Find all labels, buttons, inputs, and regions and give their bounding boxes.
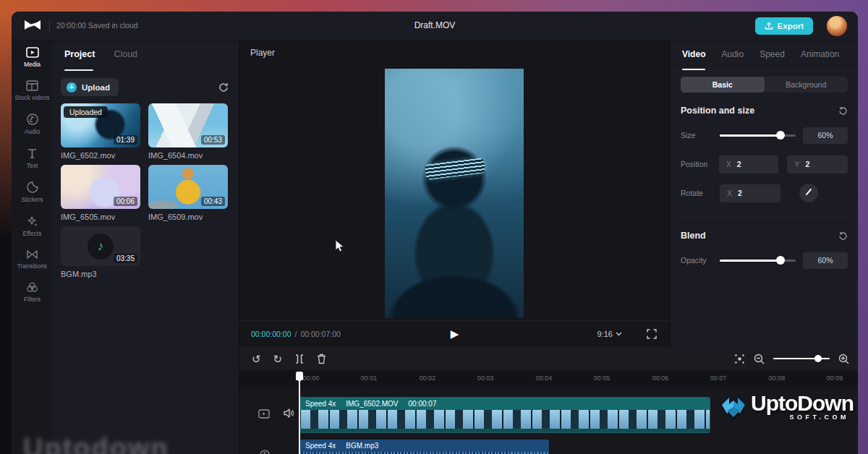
opacity-value[interactable]: 60% (803, 252, 848, 269)
position-size-header: Position and size (671, 106, 858, 116)
tab-audio[interactable]: Audio (721, 49, 744, 70)
sidebar-item-audio[interactable]: Audio (12, 107, 53, 141)
media-thumbnail: Uploaded 01:39 (61, 103, 140, 147)
size-slider[interactable] (720, 126, 796, 145)
upload-row: + Upload (53, 71, 239, 99)
undo-button[interactable]: ↺ (252, 354, 261, 364)
ruler-tick: 00:02 (420, 374, 436, 382)
redo-button[interactable]: ↻ (273, 354, 283, 364)
reset-icon[interactable] (838, 106, 848, 116)
media-item[interactable]: 00:06 IMG_6505.mov (61, 165, 140, 221)
sidebar-item-transitions[interactable]: Transitions (12, 243, 53, 275)
player-controls: 00:00:00:00 / 00:00:07:00 ▶ 9:16 (239, 320, 670, 347)
play-button[interactable]: ▶ (451, 327, 459, 340)
tab-speed[interactable]: Speed (760, 49, 785, 70)
rotate-field[interactable]: X 2 (720, 184, 780, 202)
ruler-tick: 00:06 (652, 374, 669, 382)
position-y-field[interactable]: Y 2 (787, 155, 848, 174)
project-title: Draft.MOV (12, 20, 858, 30)
clip-speed: Speed 4x (305, 400, 336, 408)
blend-heading: Blend (681, 231, 706, 241)
y-value: 2 (805, 160, 809, 168)
top-bar: 20:00:00 Saved in cloud Draft.MOV Export (12, 12, 858, 40)
media-item[interactable]: 00:43 IMG_6509.mov (148, 165, 228, 221)
sidebar-item-filters[interactable]: Filters (12, 275, 53, 309)
stock-videos-icon (26, 80, 38, 91)
size-label: Size (681, 131, 720, 140)
sidebar-label-filters: Filters (24, 296, 41, 303)
reset-icon[interactable] (838, 231, 848, 241)
upload-button[interactable]: + Upload (61, 78, 119, 96)
rotate-label: Rotate (681, 189, 720, 197)
refresh-icon[interactable] (218, 82, 229, 93)
zoom-out-icon[interactable] (754, 354, 765, 364)
clip-name: IMG_6502.MOV (346, 400, 398, 408)
rotate-dial[interactable] (799, 184, 818, 202)
capcut-window: 20:00:00 Saved in cloud Draft.MOV Export… (12, 12, 858, 454)
stickers-icon (27, 181, 38, 193)
ruler-tick: 00:04 (536, 374, 553, 382)
tab-animation[interactable]: Animation (801, 49, 839, 70)
left-sidebar: Media Stock videos Audio Text Stickers E… (12, 40, 53, 454)
timeline-zoom-slider[interactable] (773, 354, 830, 364)
watermark-subtitle: SOFT.COM (790, 414, 850, 421)
fullscreen-icon[interactable] (647, 329, 657, 339)
section-divider (681, 217, 848, 218)
tab-project[interactable]: Project (64, 49, 95, 71)
media-item[interactable]: Uploaded 01:39 IMG_6502.mov (61, 103, 140, 160)
delete-icon[interactable] (317, 354, 326, 364)
effects-icon (26, 215, 38, 227)
size-value[interactable]: 60% (803, 127, 848, 144)
sidebar-item-stock-videos[interactable]: Stock videos (12, 74, 53, 107)
size-row: Size 60% (671, 126, 858, 145)
tab-cloud[interactable]: Cloud (114, 49, 137, 71)
x-value: 2 (737, 160, 741, 168)
video-clip-header: Speed 4x IMG_6502.MOV 00:00:07 (299, 398, 710, 410)
audio-track-icon[interactable] (260, 450, 270, 454)
video-clip-footer (299, 429, 710, 432)
video-preview[interactable] (385, 69, 524, 318)
sidebar-item-text[interactable]: Text (12, 142, 53, 175)
opacity-slider[interactable] (720, 251, 796, 270)
timeline-ruler[interactable]: 00:00 00:01 00:02 00:03 00:04 00:05 00:0… (239, 370, 858, 387)
audio-icon (27, 113, 38, 125)
music-note-icon: ♪ (88, 234, 114, 260)
text-icon (27, 148, 38, 159)
timeline-zoom-controls (734, 354, 849, 364)
opacity-label: Opacity (681, 256, 720, 265)
video-track-icon[interactable] (258, 409, 270, 419)
aspect-ratio-selector[interactable]: 9:16 (597, 330, 622, 338)
media-name: BGM.mp3 (61, 270, 140, 278)
player-title: Player (250, 48, 275, 58)
chevron-down-icon (616, 332, 622, 336)
position-x-field[interactable]: X 2 (719, 155, 779, 174)
avatar[interactable] (827, 16, 847, 36)
player-panel: Player 00:00:00:00 / 00:00:07:00 ▶ 9:16 (239, 40, 670, 347)
media-thumbnail: ♪ 03:35 (61, 226, 140, 266)
zoom-in-icon[interactable] (838, 354, 849, 364)
mute-track-icon[interactable] (283, 408, 294, 419)
video-clip-filmstrip (299, 410, 710, 429)
sidebar-label-text: Text (27, 162, 38, 169)
duration-badge: 00:06 (114, 197, 137, 206)
media-item[interactable]: 00:53 IMG_6504.mov (148, 103, 228, 160)
sub-tab-basic[interactable]: Basic (681, 77, 765, 93)
sidebar-item-media[interactable]: Media (12, 40, 53, 74)
position-row: Position X 2 Y 2 (671, 155, 858, 174)
watermark-title: UptoDown (751, 393, 854, 413)
video-clip[interactable]: Speed 4x IMG_6502.MOV 00:00:07 (299, 398, 710, 432)
uploaded-badge: Uploaded (64, 106, 108, 118)
tab-video[interactable]: Video (682, 49, 705, 70)
sub-tab-background[interactable]: Background (765, 77, 848, 93)
current-timecode: 00:00:00:00 (251, 330, 291, 338)
duration-badge: 03:35 (114, 254, 137, 263)
timecode-separator: / (294, 330, 297, 338)
audio-clip[interactable]: Speed 4x BGM.mp3 (299, 440, 549, 454)
sidebar-item-effects[interactable]: Effects (12, 209, 53, 243)
split-icon[interactable] (294, 354, 305, 364)
snap-icon[interactable] (734, 354, 745, 364)
export-button[interactable]: Export (755, 17, 813, 35)
media-item[interactable]: ♪ 03:35 BGM.mp3 (61, 226, 140, 278)
blend-header: Blend (671, 231, 858, 241)
sidebar-item-stickers[interactable]: Stickers (12, 175, 53, 209)
